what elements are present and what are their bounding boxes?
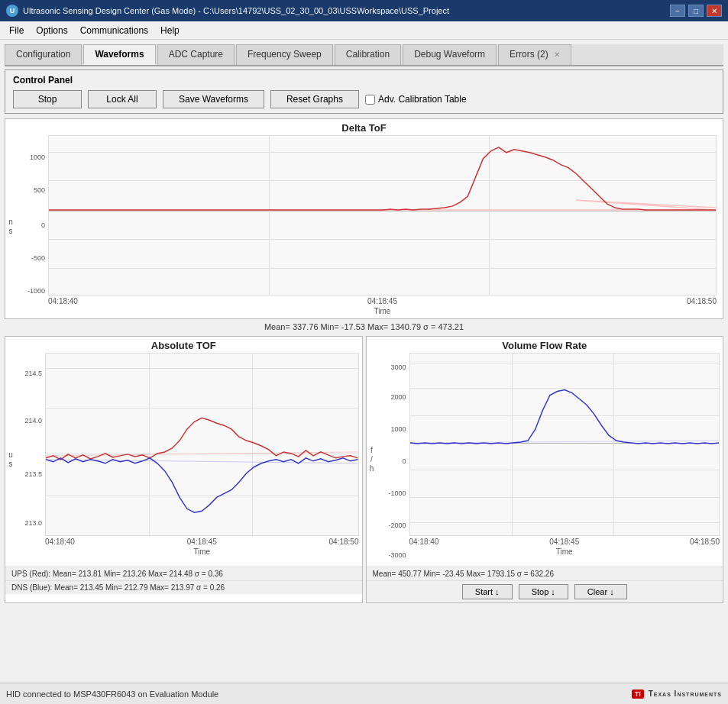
window-title: Ultrasonic Sensing Design Center (Gas Mo… — [23, 6, 449, 15]
vfr-svg — [410, 354, 720, 535]
window-controls: − □ ✕ — [670, 5, 722, 17]
delta-tof-xlabel-2: 04:18:50 — [687, 297, 717, 305]
ti-logo: TI Texas Instruments — [632, 689, 722, 699]
delta-tof-xlabel-0: 04:18:40 — [48, 297, 78, 305]
vfr-ytick-n3000: -3000 — [388, 551, 406, 559]
abs-tof-stats-blue: DNS (Blue): Mean= 213.45 Min= 212.79 Max… — [5, 580, 362, 594]
vfr-ytick-1000: 1000 — [390, 425, 406, 433]
abs-tof-ytick-2135: 213.5 — [24, 470, 42, 478]
ti-badge: TI — [632, 689, 644, 699]
title-bar: U Ultrasonic Sensing Design Center (Gas … — [0, 0, 728, 21]
delta-tof-ytick-500: 500 — [34, 186, 45, 194]
tab-configuration[interactable]: Configuration — [5, 44, 82, 65]
menu-bar: File Options Communications Help — [0, 21, 728, 40]
tab-debug-waveform[interactable]: Debug Waveform — [403, 44, 497, 65]
save-waveforms-button[interactable]: Save Waveforms — [163, 90, 264, 108]
tab-adc-capture[interactable]: ADC Capture — [157, 44, 235, 65]
control-row: Stop Lock All Save Waveforms Reset Graph… — [13, 90, 715, 108]
vfr-ytick-0: 0 — [402, 457, 406, 465]
volume-flow-chart: Volume Flow Rate f / h 3000 2000 1000 0 … — [366, 336, 724, 603]
control-panel-title: Control Panel — [13, 75, 715, 86]
volume-flow-title: Volume Flow Rate — [367, 337, 723, 353]
app-icon: U — [6, 5, 18, 17]
reset-graphs-button[interactable]: Reset Graphs — [270, 90, 359, 108]
vfr-xlabel-2: 04:18:50 — [690, 538, 720, 546]
abs-tof-stats-red: UPS (Red): Mean= 213.81 Min= 213.26 Max=… — [5, 567, 362, 580]
status-text: HID connected to MSP430FR6043 on Evaluat… — [6, 689, 218, 699]
maximize-button[interactable]: □ — [688, 5, 704, 17]
delta-tof-ytick-0: 0 — [41, 221, 45, 229]
delta-tof-svg — [49, 136, 716, 295]
vfr-xlabel-1: 04:18:45 — [549, 538, 579, 546]
vfr-x-title: Time — [409, 547, 720, 556]
close-button[interactable]: ✕ — [707, 5, 722, 17]
abs-tof-x-title: Time — [45, 547, 359, 556]
absolute-tof-chart: Absolute TOF u s 214.5 214.0 213.5 213.0 — [5, 336, 363, 603]
abs-tof-svg — [46, 354, 358, 535]
tab-bar: Configuration Waveforms ADC Capture Freq… — [5, 44, 723, 66]
tab-waveforms[interactable]: Waveforms — [83, 44, 155, 65]
tab-errors-label: Errors (2) — [510, 49, 548, 60]
adv-calibration-text: Adv. Calibration Table — [378, 94, 467, 105]
volume-flow-y-label: f / h — [370, 446, 374, 473]
control-panel: Control Panel Stop Lock All Save Wavefor… — [5, 69, 723, 114]
abs-tof-xlabel-0: 04:18:40 — [45, 538, 75, 546]
delta-tof-xlabel-1: 04:18:45 — [367, 297, 397, 305]
status-bar: HID connected to MSP430FR6043 on Evaluat… — [0, 683, 728, 704]
vfr-ytick-3000: 3000 — [390, 363, 406, 371]
vfr-clear-button[interactable]: Clear ↓ — [574, 584, 627, 599]
lock-all-button[interactable]: Lock All — [88, 90, 157, 108]
delta-tof-title: Delta ToF — [5, 119, 723, 135]
delta-tof-x-title: Time — [48, 307, 717, 315]
vfr-start-button[interactable]: Start ↓ — [462, 584, 513, 599]
delta-tof-ytick-n500: -500 — [31, 254, 45, 262]
ti-logo-text: Texas Instruments — [649, 689, 722, 698]
title-bar-left: U Ultrasonic Sensing Design Center (Gas … — [6, 5, 449, 17]
delta-tof-ytick-n1000: -1000 — [28, 287, 45, 295]
vfr-stop-button[interactable]: Stop ↓ — [519, 584, 568, 599]
delta-tof-chart: Delta ToF n s 1000 500 0 -500 -1000 — [5, 118, 723, 319]
delta-tof-ytick-1000: 1000 — [30, 153, 45, 161]
menu-options[interactable]: Options — [30, 23, 73, 38]
main-container: Configuration Waveforms ADC Capture Freq… — [0, 40, 728, 683]
stop-button[interactable]: Stop — [13, 90, 82, 108]
vfr-ytick-n2000: -2000 — [388, 522, 406, 529]
tab-frequency-sweep[interactable]: Frequency Sweep — [236, 44, 333, 65]
abs-tof-xlabel-1: 04:18:45 — [187, 538, 217, 546]
adv-calibration-checkbox[interactable] — [365, 95, 375, 105]
abs-tof-ytick-2130: 213.0 — [24, 519, 42, 527]
delta-tof-stats: Mean= 337.76 Min= -17.53 Max= 1340.79 σ … — [5, 321, 723, 333]
tab-calibration[interactable]: Calibration — [335, 44, 401, 65]
tab-errors[interactable]: Errors (2) ✕ — [498, 44, 571, 65]
absolute-tof-y-label: u s — [8, 450, 13, 469]
menu-help[interactable]: Help — [154, 23, 186, 38]
minimize-button[interactable]: − — [670, 5, 685, 17]
vfr-controls: Start ↓ Stop ↓ Clear ↓ — [367, 580, 723, 602]
absolute-tof-title: Absolute TOF — [5, 337, 362, 353]
menu-communications[interactable]: Communications — [74, 23, 154, 38]
abs-tof-ytick-2140: 214.0 — [24, 417, 42, 425]
vfr-ytick-2000: 2000 — [390, 393, 406, 401]
vfr-ytick-n1000: -1000 — [388, 489, 406, 497]
tab-errors-close[interactable]: ✕ — [554, 50, 560, 59]
adv-calibration-label[interactable]: Adv. Calibration Table — [365, 94, 467, 105]
menu-file[interactable]: File — [3, 23, 30, 38]
abs-tof-xlabel-2: 04:18:50 — [329, 538, 359, 546]
bottom-charts: Absolute TOF u s 214.5 214.0 213.5 213.0 — [5, 336, 723, 603]
vfr-stats: Mean= 450.77 Min= -23.45 Max= 1793.15 σ … — [367, 567, 723, 580]
delta-tof-y-label: n s — [8, 218, 13, 236]
abs-tof-ytick-2145: 214.5 — [24, 370, 42, 377]
vfr-xlabel-0: 04:18:40 — [409, 538, 439, 546]
